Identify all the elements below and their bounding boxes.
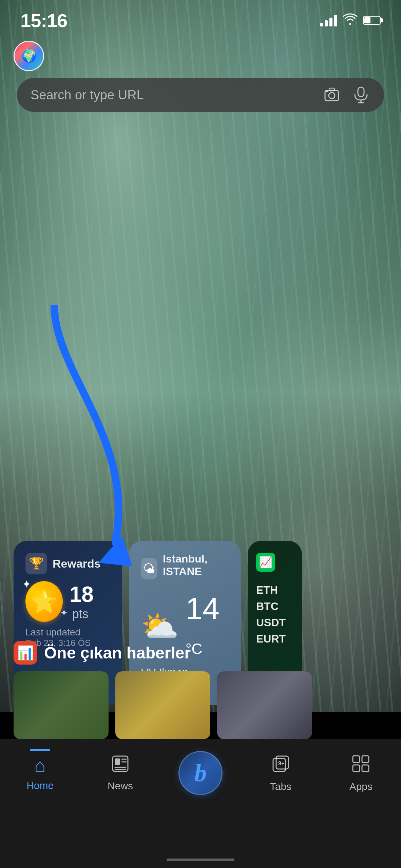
svg-rect-19 bbox=[353, 765, 360, 772]
svg-rect-4 bbox=[358, 87, 364, 97]
microphone-icon[interactable] bbox=[351, 85, 370, 104]
news-thumbnails bbox=[0, 671, 401, 739]
svg-rect-3 bbox=[325, 91, 328, 92]
news-title: Öne çıkan haberler bbox=[44, 644, 191, 662]
nav-tabs[interactable]: 9+ Tabs bbox=[270, 749, 291, 792]
crypto-labels: ETH BTC USDT EURT bbox=[256, 582, 293, 647]
rewards-icon: 🏆 bbox=[25, 553, 47, 574]
status-icons bbox=[320, 13, 381, 28]
nav-home[interactable]: ⌂ Home bbox=[26, 749, 54, 791]
svg-rect-17 bbox=[353, 756, 360, 763]
news-section: 📊 Öne çıkan haberler bbox=[0, 641, 401, 739]
tabs-icon: 9+ bbox=[271, 754, 290, 777]
search-placeholder: Search or type URL bbox=[31, 88, 322, 102]
last-updated-label: Last updated bbox=[25, 627, 110, 638]
gold-coin: ⭐ ✦ ✦ bbox=[25, 581, 63, 622]
signal-icon bbox=[320, 14, 337, 26]
avatar[interactable]: 🌍 bbox=[14, 41, 44, 71]
nav-news-label: News bbox=[108, 780, 133, 792]
bottom-nav: ⌂ Home News b bbox=[0, 739, 401, 868]
nav-apps[interactable]: Apps bbox=[349, 749, 373, 792]
battery-icon bbox=[363, 16, 381, 25]
apps-icon bbox=[351, 754, 370, 777]
news-icon: 📊 bbox=[14, 641, 37, 665]
pts-label: pts bbox=[72, 607, 89, 621]
weather-condition-icon: ⛅ bbox=[141, 609, 179, 644]
home-indicator bbox=[167, 859, 234, 861]
crypto-trend-icon: 📈 bbox=[256, 553, 275, 572]
search-bar[interactable]: Search or type URL bbox=[17, 78, 384, 112]
bing-button[interactable]: b bbox=[178, 751, 223, 795]
svg-rect-9 bbox=[115, 758, 120, 765]
news-thumbnail-1[interactable] bbox=[14, 671, 109, 739]
nav-home-label: Home bbox=[26, 780, 54, 791]
svg-point-1 bbox=[329, 93, 335, 99]
points-value: 18 bbox=[70, 582, 94, 607]
news-nav-icon bbox=[111, 754, 130, 777]
news-thumbnail-3[interactable] bbox=[217, 671, 312, 739]
status-time: 15:16 bbox=[20, 9, 67, 32]
status-bar: 15:16 bbox=[0, 0, 401, 34]
wifi-icon bbox=[343, 13, 358, 28]
nav-bing[interactable]: b bbox=[178, 749, 223, 795]
svg-rect-20 bbox=[362, 765, 369, 772]
svg-rect-18 bbox=[362, 756, 369, 763]
nav-apps-label: Apps bbox=[349, 781, 373, 792]
nav-news[interactable]: News bbox=[108, 749, 133, 792]
svg-text:9+: 9+ bbox=[278, 761, 284, 766]
weather-location: Istanbul, ISTANE bbox=[163, 553, 229, 578]
camera-search-icon[interactable] bbox=[322, 85, 341, 104]
news-thumbnail-2[interactable] bbox=[115, 671, 210, 739]
svg-rect-8 bbox=[113, 756, 128, 771]
rewards-title: Rewards bbox=[53, 557, 101, 570]
nav-tabs-label: Tabs bbox=[270, 781, 291, 792]
weather-icon: 🌤 bbox=[141, 558, 157, 579]
home-icon: ⌂ bbox=[34, 754, 46, 776]
svg-rect-2 bbox=[329, 88, 335, 91]
